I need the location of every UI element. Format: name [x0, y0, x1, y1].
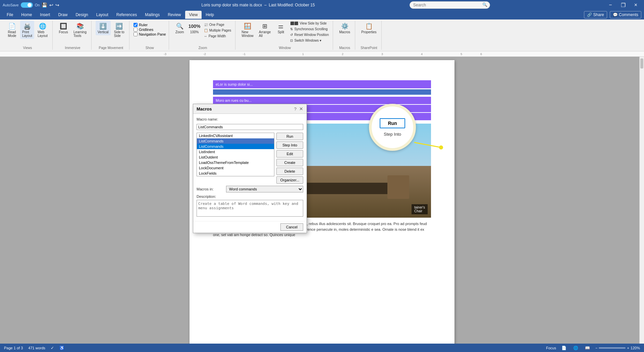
run-callout-run-button[interactable]: Run [380, 118, 405, 128]
focus-label: Focus [59, 30, 68, 34]
create-button[interactable]: Create [276, 159, 303, 166]
edit-button[interactable]: Edit [276, 150, 303, 158]
switch-windows-button[interactable]: ⊡ Switch Windows ▾ [289, 38, 330, 43]
list-item-0[interactable]: LinkedInCVAssistant [197, 133, 274, 138]
focus-icon: 🔲 [59, 22, 67, 30]
tab-review[interactable]: Review [164, 11, 185, 19]
ruler-checkbox[interactable]: Ruler [133, 23, 166, 27]
tab-insert[interactable]: Insert [36, 11, 54, 19]
ribbon-group-zoom: 🔍 Zoom 100% 100% 📰 One Page 📋 Multiple P… [170, 21, 236, 50]
multiple-pages-button[interactable]: 📋 Multiple Pages [203, 28, 233, 33]
undo-icon[interactable]: ↩ [49, 2, 53, 8]
save-icon[interactable]: 💾 [42, 2, 47, 8]
comments-button[interactable]: 💬 Comments [610, 11, 641, 18]
step-into-button[interactable]: Step Into [276, 141, 303, 149]
redo-icon[interactable]: ↪ [55, 2, 59, 8]
close-button[interactable]: × [630, 1, 641, 10]
view-side-by-side-button[interactable]: ⬛⬛ View Side by Side [289, 21, 330, 26]
one-page-button[interactable]: 📰 One Page [203, 22, 233, 27]
cancel-button[interactable]: Cancel [280, 223, 303, 231]
properties-button[interactable]: 📋 Properties [359, 21, 379, 35]
split-button[interactable]: ⚌ Split [274, 21, 287, 35]
zoom-button[interactable]: 🔍 Zoom [173, 21, 186, 35]
dialog-close-button[interactable]: ✕ [299, 106, 303, 112]
ribbon-group-macros: ⚙️ Macros Macros [334, 21, 355, 50]
page-width-button[interactable]: ↔️ Page Width [203, 34, 233, 39]
list-item-6[interactable]: LockFields [197, 171, 274, 176]
macros-button[interactable]: ⚙️ Macros [337, 21, 352, 35]
share-button[interactable]: 🔗 Share [584, 11, 607, 18]
tab-layout[interactable]: Layout [92, 11, 112, 19]
view-side-by-side-icon: ⬛⬛ [290, 21, 298, 25]
dialog-help-button[interactable]: ? [294, 106, 297, 112]
synchronous-scrolling-button[interactable]: ⇅ Synchronous Scrolling [289, 27, 330, 32]
description-section: Description: Create a table of Word comm… [197, 194, 303, 218]
delete-button[interactable]: Delete [276, 168, 303, 175]
zoom-group-label: Zoom [199, 46, 207, 50]
view-mode-web[interactable]: 🌐 [572, 346, 580, 350]
list-item-2[interactable]: ListIndent [197, 149, 274, 155]
zoom-slider[interactable] [599, 347, 626, 349]
focus-label[interactable]: Focus [546, 346, 556, 350]
tab-mailings[interactable]: Mailings [141, 11, 164, 19]
tab-view[interactable]: View [185, 11, 202, 19]
new-window-button[interactable]: 🪟 NewWindow [239, 21, 256, 39]
macro-list[interactable]: LinkedInCVAssistant ListCommands ListCom… [197, 133, 274, 176]
scrollbar-thumb[interactable] [640, 58, 643, 69]
title-bar: AutoSave On 💾 ↩ ↪ Loris sump dolor sits … [0, 0, 644, 10]
autosave-toggle[interactable] [21, 2, 33, 8]
view-mode-print[interactable]: 📄 [560, 346, 568, 350]
zoom-plus[interactable]: + [627, 346, 629, 350]
read-mode-button[interactable]: 📄 ReadMode [5, 21, 19, 39]
learning-tools-button[interactable]: 📚 LearningTools [71, 21, 89, 39]
switch-windows-icon: ⊡ [290, 39, 293, 42]
one-page-icon: 📰 [204, 23, 208, 27]
list-item-3[interactable]: ListOutdent [197, 155, 274, 160]
organizer-button[interactable]: Organizer... [276, 176, 303, 184]
gridlines-checkbox[interactable]: Gridlines [133, 28, 166, 32]
list-item-7[interactable]: LockPolicyLabel [197, 176, 274, 176]
tab-draw[interactable]: Draw [54, 11, 71, 19]
list-item-4[interactable]: LoadOssThemeFromTemplate [197, 160, 274, 165]
document-area: eLor is sump dolor si... Moro am rues cu… [0, 57, 644, 344]
views-items: 📄 ReadMode 🖨️ PrintLayout 🌐 WebLayout [5, 21, 50, 45]
sharepoint-items: 📋 Properties [359, 21, 379, 45]
list-item-5[interactable]: LockDocument [197, 165, 274, 171]
macros-icon: ⚙️ [341, 22, 349, 30]
page-movement-group-label: Page Movement [99, 46, 123, 50]
macros-dialog: Macros ? ✕ Macro name: LinkedInCVAssista… [193, 104, 307, 233]
zoom-100-button[interactable]: 100% 100% [188, 21, 201, 35]
web-layout-button[interactable]: 🌐 WebLayout [36, 21, 50, 39]
print-layout-icon: 🖨️ [23, 22, 31, 30]
accessibility-icon[interactable]: ♿ [59, 346, 64, 350]
zoom-minus[interactable]: − [595, 346, 597, 350]
list-item-highlighted[interactable]: ListCommands [197, 144, 274, 149]
tab-design[interactable]: Design [71, 11, 92, 19]
restore-button[interactable]: ❐ [617, 1, 630, 10]
tab-references[interactable]: References [112, 11, 141, 19]
focus-button[interactable]: 🔲 Focus [57, 21, 70, 35]
tab-file[interactable]: File [3, 11, 17, 19]
macro-name-input[interactable] [197, 124, 303, 130]
proofing-icon[interactable]: ✓ [51, 346, 54, 350]
print-layout-button[interactable]: 🖨️ PrintLayout [20, 21, 34, 39]
vertical-label: Vertical [98, 30, 109, 34]
list-item-1[interactable]: ListCommands [197, 138, 274, 144]
description-textarea[interactable]: Create a table of Word commands, with ke… [197, 200, 303, 217]
minimize-button[interactable]: − [605, 1, 616, 10]
navigation-pane-checkbox[interactable]: Navigation Pane [133, 32, 166, 36]
side-to-side-button[interactable]: ➡️ Side toSide [112, 21, 126, 39]
run-button[interactable]: Run [276, 133, 303, 140]
vertical-button[interactable]: ⬇️ Vertical [96, 21, 111, 35]
tab-help[interactable]: Help [202, 11, 218, 19]
search-input[interactable] [410, 1, 490, 9]
ribbon-group-show: Ruler Gridlines Navigation Pane Show [131, 21, 169, 50]
view-mode-read[interactable]: 📖 [584, 346, 591, 350]
arrange-all-button[interactable]: ⊞ ArrangeAll [257, 21, 273, 39]
macros-in-select[interactable]: Word commands All active templates Norma… [226, 186, 303, 192]
vertical-scrollbar[interactable] [639, 57, 644, 344]
reset-window-position-button[interactable]: ↺ Reset Window Position [289, 32, 330, 37]
macros-label: Macros [339, 30, 350, 34]
arrange-all-icon: ⊞ [261, 22, 269, 30]
tab-home[interactable]: Home [17, 11, 36, 19]
